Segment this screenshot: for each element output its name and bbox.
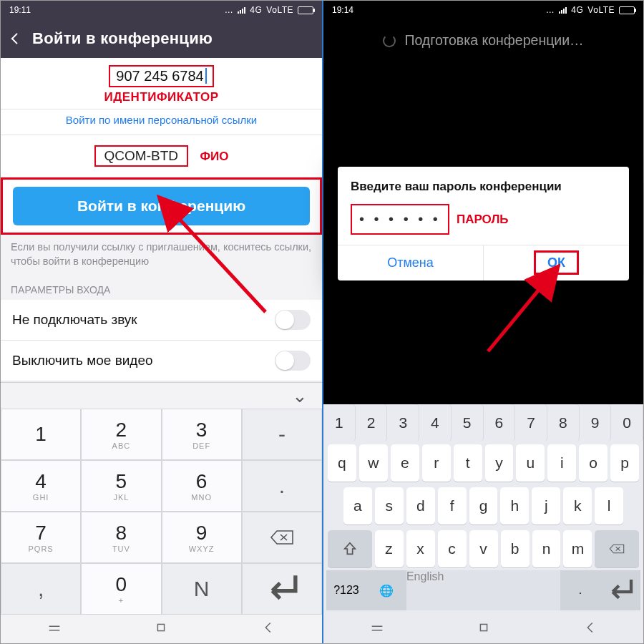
key-1[interactable]: 1	[1, 409, 81, 460]
key-p[interactable]: p	[610, 444, 639, 482]
key-2[interactable]: 2ABC	[81, 409, 161, 460]
key-7[interactable]: 7	[515, 404, 547, 441]
key-6[interactable]: 6	[484, 404, 516, 441]
key-space[interactable]: English	[406, 570, 560, 610]
battery-icon	[298, 6, 313, 14]
key-dot[interactable]: .	[242, 460, 322, 512]
key-n[interactable]: n	[532, 530, 561, 567]
key-g[interactable]: g	[469, 487, 498, 525]
page-title: Войти в конференцию	[32, 29, 213, 48]
key-period[interactable]: .	[560, 570, 600, 610]
key-e[interactable]: e	[391, 444, 419, 482]
key-i[interactable]: i	[547, 444, 576, 482]
key-2[interactable]: 2	[356, 404, 388, 441]
status-time: 19:11	[9, 5, 31, 15]
key-h[interactable]: h	[500, 487, 529, 525]
key-dash[interactable]: -	[242, 409, 322, 460]
key-t[interactable]: t	[454, 444, 482, 482]
key-b[interactable]: b	[501, 530, 530, 567]
password-input[interactable]: • • • • • •	[351, 204, 449, 235]
phone-right: 19:14 … 4G VoLTE Подготовка конференции……	[323, 1, 643, 643]
key-enter[interactable]	[242, 563, 322, 615]
key-w[interactable]: w	[359, 444, 388, 482]
key-l[interactable]: l	[595, 487, 623, 525]
nav-home-icon[interactable]	[476, 620, 492, 638]
key-backspace[interactable]	[595, 530, 639, 567]
key-backspace[interactable]	[242, 512, 322, 563]
key-r[interactable]: r	[422, 444, 451, 482]
toggle-audio[interactable]	[275, 310, 311, 330]
option-audio[interactable]: Не подключать звук	[1, 300, 322, 341]
meeting-id-value: 907 245 6784	[116, 68, 203, 84]
key-9[interactable]: 9	[580, 404, 612, 441]
nav-back-icon[interactable]	[260, 620, 276, 638]
android-nav	[323, 615, 643, 643]
key-m[interactable]: m	[563, 530, 592, 567]
option-video[interactable]: Выключить мое видео	[1, 341, 322, 381]
key-3[interactable]: 3DEF	[162, 409, 242, 460]
personal-link[interactable]: Войти по имени персональной ссылки	[1, 109, 322, 135]
join-button[interactable]: Войти в конференцию	[13, 187, 310, 225]
key-5[interactable]: 5	[452, 404, 484, 441]
dialog-title: Введите ваш пароль конференции	[338, 167, 629, 201]
key-n[interactable]: N	[162, 563, 242, 615]
key-a[interactable]: a	[343, 487, 372, 525]
status-volte: VoLTE	[266, 5, 293, 15]
key-k[interactable]: k	[563, 487, 592, 525]
toggle-video[interactable]	[275, 351, 311, 371]
key-d[interactable]: d	[406, 487, 435, 525]
status-net: 4G	[250, 5, 262, 15]
key-u[interactable]: u	[516, 444, 545, 482]
key-6[interactable]: 6MNO	[162, 460, 242, 512]
key-5[interactable]: 5JKL	[81, 460, 161, 512]
back-icon[interactable]	[8, 31, 22, 46]
key-8[interactable]: 8	[547, 404, 580, 441]
key-0[interactable]: 0+	[81, 563, 161, 615]
key-enter[interactable]	[600, 570, 640, 610]
key-y[interactable]: y	[485, 444, 514, 482]
key-symbols[interactable]: ?123	[326, 570, 366, 610]
key-o[interactable]: o	[579, 444, 608, 482]
display-name-row[interactable]: QCOM-BTD ФИО	[1, 135, 322, 177]
annotation-fio: ФИО	[200, 150, 228, 164]
key-j[interactable]: j	[532, 487, 560, 525]
key-8[interactable]: 8TUV	[81, 512, 161, 563]
nav-recent-icon[interactable]	[369, 620, 385, 638]
join-button-container: Войти в конференцию	[1, 177, 322, 235]
key-z[interactable]: z	[375, 530, 404, 567]
hint-text: Если вы получили ссылку с приглашением, …	[1, 235, 322, 275]
key-c[interactable]: c	[438, 530, 467, 567]
preparing-row: Подготовка конференции…	[323, 19, 643, 62]
meeting-id-row[interactable]: 907 245 6784 ИДЕНТИФИКАТОР	[1, 58, 322, 109]
nav-back-icon[interactable]	[582, 620, 598, 638]
ok-button[interactable]: ОК	[484, 245, 629, 280]
numeric-keypad: ⌄ 1 2ABC 3DEF - 4GHI 5JKL 6MNO . 7PQRS 8…	[1, 382, 322, 643]
key-f[interactable]: f	[438, 487, 467, 525]
key-v[interactable]: v	[469, 530, 498, 567]
key-3[interactable]: 3	[387, 404, 419, 441]
key-4[interactable]: 4	[419, 404, 452, 441]
cancel-button[interactable]: Отмена	[338, 245, 483, 280]
key-0[interactable]: 0	[611, 404, 643, 441]
key-shift[interactable]	[328, 530, 372, 567]
key-9[interactable]: 9WXYZ	[162, 512, 242, 563]
svg-rect-2	[480, 624, 487, 630]
signal-icon	[238, 7, 245, 14]
key-4[interactable]: 4GHI	[1, 460, 81, 512]
nav-recent-icon[interactable]	[47, 620, 62, 638]
annotation-password: ПАРОЛЬ	[457, 213, 509, 227]
status-net: 4G	[571, 5, 583, 15]
key-1[interactable]: 1	[323, 404, 356, 441]
signal-icon	[559, 7, 567, 14]
header: Войти в конференцию	[1, 19, 322, 58]
key-s[interactable]: s	[375, 487, 404, 525]
qwerty-keyboard: 1234567890 qwertyuiop asdfghjkl zxcvbnm …	[323, 404, 643, 643]
nav-home-icon[interactable]	[153, 620, 169, 638]
key-comma[interactable]: ,	[1, 563, 81, 615]
key-q[interactable]: q	[328, 444, 356, 482]
key-globe[interactable]: 🌐	[366, 570, 406, 610]
key-7[interactable]: 7PQRS	[1, 512, 81, 563]
key-x[interactable]: x	[406, 530, 435, 567]
keyboard-collapse-icon[interactable]: ⌄	[292, 385, 308, 407]
svg-rect-0	[158, 624, 165, 630]
